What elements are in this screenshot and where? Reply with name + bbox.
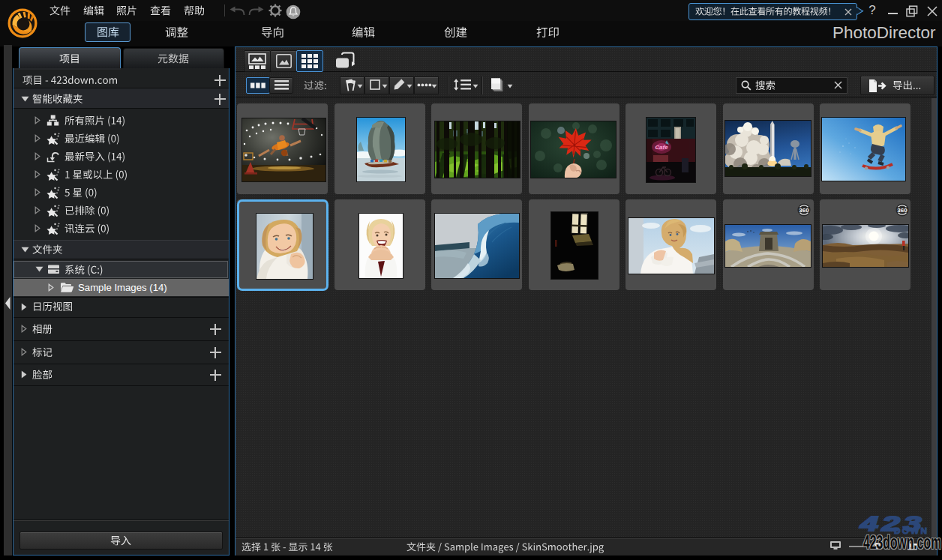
svg-text:Cafe: Cafe <box>655 144 668 151</box>
svg-text:360: 360 <box>799 207 809 214</box>
svg-text:360: 360 <box>897 207 908 214</box>
